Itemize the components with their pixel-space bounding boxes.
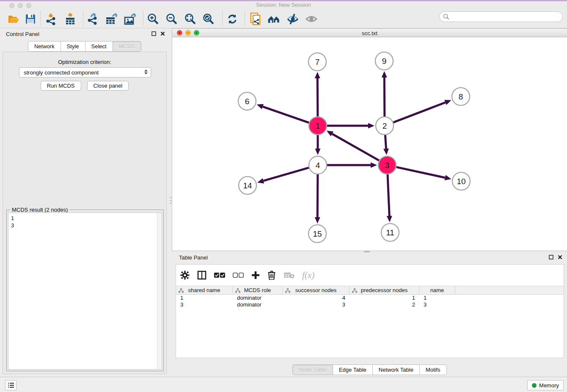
zoom-fit-icon[interactable] xyxy=(184,12,197,26)
column-header-MCDS-role[interactable]: MCDS role xyxy=(233,286,283,294)
search-input[interactable] xyxy=(449,13,562,21)
window-titlebar: Session: New Session xyxy=(0,0,567,8)
node-label: 6 xyxy=(245,97,250,106)
edge-arrowhead xyxy=(368,123,374,129)
import-table-icon[interactable] xyxy=(63,12,77,26)
close-panel-button[interactable]: Close panel xyxy=(87,81,129,91)
network-from-selection-icon[interactable] xyxy=(249,12,262,26)
hide-panel-eye-slash-icon[interactable] xyxy=(286,12,300,26)
graph-node-10[interactable]: 10 xyxy=(452,172,470,190)
table-panel-title: Table Panel xyxy=(179,254,208,261)
graph-node-2[interactable]: 2 xyxy=(376,117,394,135)
graph-edge-4-14[interactable] xyxy=(263,168,308,181)
zoom-in-icon[interactable] xyxy=(146,12,160,26)
table-cell[interactable]: 1 xyxy=(350,295,419,301)
close-table-panel-icon[interactable] xyxy=(558,255,562,259)
graph-node-1[interactable]: 1 xyxy=(309,117,327,135)
graph-node-11[interactable]: 11 xyxy=(381,224,399,241)
graph-node-3[interactable]: 3 xyxy=(378,156,396,174)
network-graph: 7968124314101511 xyxy=(172,37,567,251)
show-panel-eye-icon[interactable] xyxy=(305,12,318,26)
save-floppy-icon[interactable] xyxy=(24,12,37,26)
main-toolbar xyxy=(0,8,567,28)
tab-edge-table[interactable]: Edge Table xyxy=(333,364,372,375)
select-all-icon[interactable] xyxy=(214,272,225,278)
tab-node-table[interactable]: Node Table xyxy=(292,364,333,375)
table-cell[interactable]: 1 xyxy=(419,295,455,301)
import-network-icon[interactable] xyxy=(45,12,58,26)
export-image-icon[interactable] xyxy=(124,12,137,26)
zoom-out-icon[interactable] xyxy=(165,12,179,26)
delete-row-trash-icon[interactable] xyxy=(267,271,276,280)
graph-edge-1-7[interactable] xyxy=(317,78,318,116)
table-row[interactable]: 3dominator323 xyxy=(176,301,564,308)
graph-edge-3-11[interactable] xyxy=(388,174,389,216)
column-header-shared-name[interactable]: shared name xyxy=(176,286,233,294)
memory-button[interactable]: Memory xyxy=(527,380,564,390)
column-header-predecessor-nodes[interactable]: predecessor nodes xyxy=(350,286,419,294)
graph-node-9[interactable]: 9 xyxy=(375,52,393,70)
search-icon xyxy=(443,14,449,20)
control-panel-header: Control Panel xyxy=(0,29,169,40)
column-header-successor-nodes[interactable]: successor nodes xyxy=(283,286,350,294)
tab-network-table[interactable]: Network Table xyxy=(372,364,419,375)
mcds-panel: Optimization criterion: strongly connect… xyxy=(3,52,167,374)
gear-icon[interactable] xyxy=(180,271,190,280)
edge-arrowhead xyxy=(315,72,320,78)
task-history-button[interactable] xyxy=(5,380,17,390)
optimization-criterion-select[interactable]: strongly connected component xyxy=(19,67,151,77)
add-row-icon[interactable] xyxy=(251,271,260,279)
table-cell[interactable]: 4 xyxy=(283,295,350,301)
optimization-criterion-label: Optimization criterion: xyxy=(3,59,166,65)
graph-edge-3-1[interactable] xyxy=(332,134,379,160)
table-cell[interactable]: 2 xyxy=(350,301,419,308)
graph-node-15[interactable]: 15 xyxy=(308,225,326,243)
tab-mcds[interactable]: MCDS xyxy=(113,41,141,52)
network-canvas[interactable]: 7968124314101511 xyxy=(172,37,567,251)
refresh-icon[interactable] xyxy=(226,12,239,26)
tab-select[interactable]: Select xyxy=(85,41,113,52)
tab-style[interactable]: Style xyxy=(61,41,85,52)
graph-edge-2-8[interactable] xyxy=(394,102,446,122)
columns-view-icon[interactable] xyxy=(197,271,206,280)
graph-edge-4-15[interactable] xyxy=(317,174,318,217)
tab-motifs[interactable]: Motifs xyxy=(419,364,447,375)
table-cell[interactable]: dominator xyxy=(233,301,283,308)
graph-edge-1-6[interactable] xyxy=(263,107,309,123)
table-cell[interactable]: 3 xyxy=(283,301,350,308)
graph-node-14[interactable]: 14 xyxy=(239,177,256,194)
edge-arrowhead xyxy=(315,149,321,155)
table-cell[interactable]: 3 xyxy=(176,301,233,308)
deselect-all-icon[interactable] xyxy=(233,272,244,278)
table-cell[interactable]: 3 xyxy=(419,301,455,308)
export-table-icon[interactable] xyxy=(105,12,118,26)
zoom-selected-icon[interactable] xyxy=(202,12,215,26)
node-label: 8 xyxy=(459,92,463,101)
run-mcds-button[interactable]: Run MCDS xyxy=(41,81,81,91)
table-cell[interactable]: 1 xyxy=(176,295,233,301)
graph-edge-3-10[interactable] xyxy=(396,167,445,178)
column-header-name[interactable]: name xyxy=(419,286,455,294)
mcds-result-list[interactable]: 13 xyxy=(8,213,162,370)
graph-node-4[interactable]: 4 xyxy=(309,156,327,174)
list-icon xyxy=(8,382,14,388)
table-row[interactable]: 1dominator411 xyxy=(176,295,564,301)
float-table-panel-icon[interactable] xyxy=(549,255,553,259)
float-panel-icon[interactable] xyxy=(151,31,156,36)
graph-node-8[interactable]: 8 xyxy=(452,88,470,105)
network-window-titlebar[interactable]: × − + scc.txt xyxy=(172,29,567,37)
table-panel-content: f(x) shared nameMCDS rolesuccessor nodes… xyxy=(176,264,564,358)
first-neighbors-icon[interactable] xyxy=(267,12,281,26)
export-network-icon[interactable] xyxy=(86,12,100,26)
graph-edge-2-9[interactable] xyxy=(384,77,385,116)
table-cell[interactable]: dominator xyxy=(233,295,283,301)
result-scrollbar[interactable] xyxy=(157,213,162,369)
close-panel-icon[interactable] xyxy=(160,31,165,36)
split-grip-left[interactable] xyxy=(170,197,172,203)
memory-status-icon xyxy=(532,383,537,388)
folder-open-icon[interactable] xyxy=(7,12,20,26)
graph-node-7[interactable]: 7 xyxy=(308,53,326,71)
graph-node-6[interactable]: 6 xyxy=(238,92,256,110)
tab-network[interactable]: Network xyxy=(28,41,61,52)
graph-edge-2-3[interactable] xyxy=(385,135,386,149)
